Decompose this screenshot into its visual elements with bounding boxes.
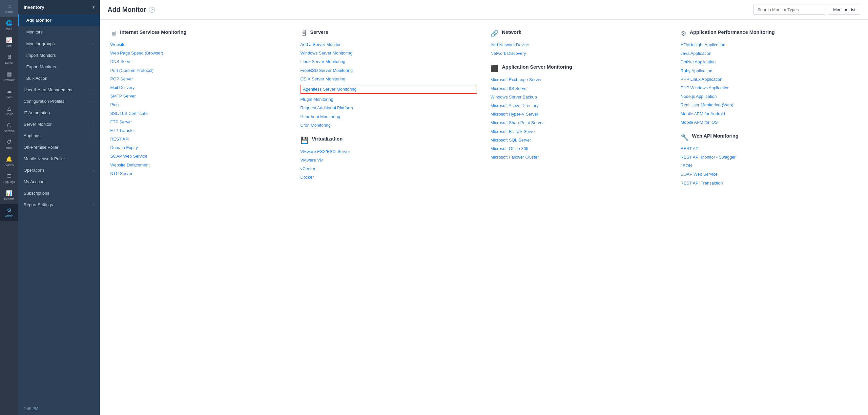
search-input[interactable] xyxy=(753,5,825,15)
icon-bar-item-vmware[interactable]: ▦VMware xyxy=(0,68,19,85)
link-smtp-server[interactable]: SMTP Server xyxy=(110,93,287,99)
link-os-x-server-monitoring[interactable]: OS X Server Monitoring xyxy=(301,76,477,82)
link-dns-server[interactable]: DNS Server xyxy=(110,59,287,65)
link-rest-api-monitor---swagger[interactable]: REST API Monitor - Swagger xyxy=(681,154,858,160)
icon-bar-item-admin[interactable]: ⚙Admin xyxy=(0,204,19,221)
azure-label: Azure xyxy=(5,112,13,116)
link-web-page-speed-(browser)[interactable]: Web Page Speed (Browser) xyxy=(110,50,287,56)
sidebar-item-import-monitors[interactable]: Import Monitors xyxy=(19,50,100,61)
link-microsoft-active-directory[interactable]: Microsoft Active Directory xyxy=(490,103,668,109)
link-java-application[interactable]: Java Application xyxy=(681,51,858,57)
icon-bar-item-applogs[interactable]: ☰AppLogs xyxy=(0,170,19,187)
link-domain-expiry[interactable]: Domain Expiry xyxy=(110,145,287,151)
link-php-linux-application[interactable]: PHP Linux Application xyxy=(681,77,858,82)
sidebar-section-config-profiles[interactable]: Configuration Profiles› xyxy=(19,95,100,107)
icon-bar-item-reports[interactable]: 📊Reports xyxy=(0,187,19,204)
link-docker[interactable]: Docker xyxy=(301,174,477,180)
sidebar-section-user-alert[interactable]: User & Alert Management› xyxy=(19,84,100,95)
link-ruby-application[interactable]: Ruby Application xyxy=(681,68,858,74)
sidebar-item-export-monitors[interactable]: Export Monitors xyxy=(19,61,100,72)
help-icon[interactable]: ? xyxy=(149,7,155,13)
link-real-user-monitoring-(web)[interactable]: Real User Monitoring (Web) xyxy=(681,102,858,108)
sidebar-section-server-monitor[interactable]: Server Monitor› xyxy=(19,119,100,130)
link-vcenter[interactable]: vCenter xyxy=(301,166,477,172)
link-windows-server-backup[interactable]: Windows Server Backup xyxy=(490,94,668,100)
link-plugin-monitoring[interactable]: Plugin Monitoring xyxy=(301,96,477,102)
icon-bar-item-server[interactable]: 🖥Server xyxy=(0,51,19,68)
internet-services-links: WebsiteWeb Page Speed (Browser)DNS Serve… xyxy=(110,42,287,177)
link-freebsd-server-monitoring[interactable]: FreeBSD Server Monitoring xyxy=(301,68,477,73)
sidebar-header[interactable]: Inventory ▾ xyxy=(19,0,100,14)
sidebar-section-subscriptions[interactable]: Subscriptions xyxy=(19,187,100,199)
link-rest-api[interactable]: REST API xyxy=(681,146,858,152)
link-port-(custom-protocol)[interactable]: Port (Custom Protocol) xyxy=(110,68,287,73)
icon-bar-item-network[interactable]: ⬡Network xyxy=(0,119,19,136)
link-vmware-esx/esxi-server[interactable]: VMware ESX/ESXi Server xyxy=(301,149,477,155)
sidebar-item-add-monitor[interactable]: Add Monitor xyxy=(19,14,100,26)
icon-bar-item-web[interactable]: 🌐Web xyxy=(0,17,19,34)
link-rest-api-transaction[interactable]: REST API Transaction xyxy=(681,180,858,186)
sidebar-section-it-automation[interactable]: IT Automation xyxy=(19,107,100,119)
icon-bar-item-azure[interactable]: △Azure xyxy=(0,102,19,119)
sidebar-section-mobile-network[interactable]: Mobile Network Poller xyxy=(19,153,100,165)
link-mobile-apm-for-android[interactable]: Mobile APM for Android xyxy=(681,111,858,117)
sidebar-section-label-server-monitor: Server Monitor xyxy=(24,122,52,127)
icon-bar-item-home[interactable]: ⌂Home xyxy=(0,0,19,17)
link-microsoft-exchange-server[interactable]: Microsoft Exchange Server xyxy=(490,77,668,83)
link-microsoft-iis-server[interactable]: Microsoft IIS Server xyxy=(490,86,668,92)
link-vmware-vm[interactable]: VMware VM xyxy=(301,157,477,163)
link-microsoft-sql-server[interactable]: Microsoft SQL Server xyxy=(490,137,668,143)
link-cron-monitoring[interactable]: Cron Monitoring xyxy=(301,122,477,128)
link-dotnet-application[interactable]: DotNet Application xyxy=(681,59,858,65)
admin-label: Admin xyxy=(5,214,13,218)
sidebar-section-applogs[interactable]: AppLogs› xyxy=(19,130,100,142)
link-microsoft-failover-cluster[interactable]: Microsoft Failover Cluster xyxy=(490,154,668,160)
icon-bar-item-aws[interactable]: ☁AWS xyxy=(0,85,19,102)
sidebar-section-on-premise[interactable]: On-Premise Poller xyxy=(19,142,100,153)
link-add-network-device[interactable]: Add Network Device xyxy=(490,42,668,48)
icon-bar-item-alarms[interactable]: 🔔Alarms xyxy=(0,153,19,170)
link-ssl/tls-certificate[interactable]: SSL/TLS Certificate xyxy=(110,111,287,117)
link-website-defacement[interactable]: Website Defacement xyxy=(110,162,287,168)
link-mobile-apm-for-ios[interactable]: Mobile APM for iOS xyxy=(681,119,858,125)
link-mail-delivery[interactable]: Mail Delivery xyxy=(110,85,287,91)
sidebar-item-monitors[interactable]: Monitors+ xyxy=(19,26,100,38)
sidebar-section-operations[interactable]: Operations› xyxy=(19,165,100,176)
link-website[interactable]: Website xyxy=(110,42,287,48)
link-ftp-server[interactable]: FTP Server xyxy=(110,119,287,125)
icon-bar-item-rum[interactable]: ⏱RUM xyxy=(0,136,19,153)
link-node.js-application[interactable]: Node.js Application xyxy=(681,94,858,99)
link-microsoft-biztalk-server[interactable]: Microsoft BizTalk Server xyxy=(490,129,668,135)
link-heartbeat-monitoring[interactable]: Heartbeat Monitoring xyxy=(301,114,477,120)
sidebar-section-my-account[interactable]: My Account xyxy=(19,176,100,187)
link-network-discovery[interactable]: Network Discovery xyxy=(490,51,668,57)
link-request-additional-platform[interactable]: Request Additional Platform xyxy=(301,105,477,111)
link-linux-server-monitoring[interactable]: Linux Server Monitoring xyxy=(301,59,477,65)
link-rest-api[interactable]: REST API xyxy=(110,136,287,142)
link-microsoft-hyper-v-server[interactable]: Microsoft Hyper-V Server xyxy=(490,111,668,117)
link-json[interactable]: JSON xyxy=(681,163,858,169)
link-agentless-server-monitoring[interactable]: Agentless Server Monitoring xyxy=(301,85,477,94)
link-apm-insight-application[interactable]: APM Insight Application xyxy=(681,42,858,48)
link-soap-web-service[interactable]: SOAP Web Service xyxy=(681,171,858,177)
link-pop-server[interactable]: POP Server xyxy=(110,76,287,82)
link-add-a-server-monitor[interactable]: Add a Server Monitor xyxy=(301,42,477,48)
link-php-windows-application[interactable]: PHP Windows Application xyxy=(681,85,858,91)
sidebar-item-bulk-action[interactable]: Bulk Action xyxy=(19,72,100,84)
link-ntp-server[interactable]: NTP Server xyxy=(110,171,287,177)
plus-icon-monitors[interactable]: + xyxy=(92,29,94,34)
icon-bar-item-apm[interactable]: 📈APM xyxy=(0,34,19,51)
sidebar-section-label-mobile-network: Mobile Network Poller xyxy=(24,156,65,161)
link-soap-web-service[interactable]: SOAP Web Service xyxy=(110,153,287,159)
sidebar-item-monitor-groups[interactable]: Monitor groups+ xyxy=(19,38,100,50)
sidebar-item-label-bulk-action: Bulk Action xyxy=(26,76,47,81)
link-ping[interactable]: Ping xyxy=(110,102,287,108)
sidebar-item-label-add-monitor: Add Monitor xyxy=(26,18,52,23)
monitor-list-button[interactable]: Monitor List xyxy=(829,5,860,15)
link-microsoft-sharepoint-server[interactable]: Microsoft SharePoint Server xyxy=(490,120,668,126)
sidebar-section-report-settings[interactable]: Report Settings› xyxy=(19,199,100,210)
plus-icon-monitor-groups[interactable]: + xyxy=(92,41,94,46)
link-windows-server-monitoring[interactable]: Windows Server Monitoring xyxy=(301,50,477,56)
link-ftp-transfer[interactable]: FTP Transfer xyxy=(110,128,287,134)
link-microsoft-office-365[interactable]: Microsoft Office 365 xyxy=(490,146,668,152)
